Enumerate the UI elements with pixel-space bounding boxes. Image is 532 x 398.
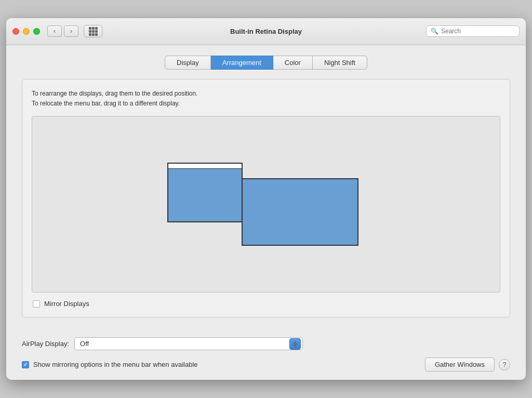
displays-container bbox=[167, 163, 365, 246]
minimize-button[interactable] bbox=[23, 28, 30, 35]
panel-description: To rearrange the displays, drag them to … bbox=[32, 89, 500, 109]
gather-windows-button[interactable]: Gather Windows bbox=[425, 357, 495, 372]
search-input[interactable] bbox=[441, 28, 515, 35]
help-button[interactable]: ? bbox=[499, 359, 510, 370]
mirroring-left: ✓ Show mirroring options in the menu bar… bbox=[22, 361, 198, 368]
tab-display[interactable]: Display bbox=[165, 56, 211, 70]
airplay-row: AirPlay Display: Off bbox=[22, 337, 510, 350]
airplay-label: AirPlay Display: bbox=[22, 340, 69, 348]
content-area: Display Arrangement Color Night Shift To… bbox=[6, 45, 526, 328]
chevron-up-icon bbox=[293, 341, 297, 343]
titlebar: ‹ › Built-in Retina Display 🔍 bbox=[6, 18, 526, 45]
nav-buttons: ‹ › bbox=[47, 25, 78, 37]
search-icon: 🔍 bbox=[431, 28, 438, 35]
grid-icon bbox=[89, 27, 98, 36]
airplay-select-wrapper: Off bbox=[74, 337, 303, 350]
maximize-button[interactable] bbox=[33, 28, 40, 35]
mirroring-label: Show mirroring options in the menu bar w… bbox=[33, 361, 198, 368]
airplay-select[interactable]: Off bbox=[74, 337, 303, 350]
mirroring-right: Gather Windows ? bbox=[425, 357, 510, 372]
mirror-displays-checkbox[interactable] bbox=[33, 300, 40, 308]
airplay-select-arrows bbox=[289, 338, 301, 350]
secondary-display[interactable] bbox=[242, 178, 358, 246]
main-window: ‹ › Built-in Retina Display 🔍 Display Ar… bbox=[6, 18, 526, 380]
chevron-down-icon bbox=[293, 344, 297, 347]
mirroring-row: ✓ Show mirroring options in the menu bar… bbox=[22, 357, 510, 372]
grid-view-button[interactable] bbox=[84, 25, 102, 37]
back-button[interactable]: ‹ bbox=[47, 25, 62, 37]
description-line-2: To relocate the menu bar, drag it to a d… bbox=[32, 99, 500, 109]
bottom-section: AirPlay Display: Off ✓ Show mirroring op… bbox=[6, 328, 526, 380]
description-line-1: To rearrange the displays, drag them to … bbox=[32, 89, 500, 99]
menu-bar-indicator bbox=[168, 164, 242, 169]
tab-color[interactable]: Color bbox=[273, 56, 313, 70]
select-arrows-icon bbox=[293, 341, 297, 347]
tab-arrangement[interactable]: Arrangement bbox=[211, 56, 273, 70]
tab-bar: Display Arrangement Color Night Shift bbox=[22, 56, 510, 70]
forward-button[interactable]: › bbox=[64, 25, 78, 37]
arrangement-panel: To rearrange the displays, drag them to … bbox=[22, 79, 510, 317]
display-canvas[interactable] bbox=[32, 116, 500, 293]
mirror-displays-label: Mirror Displays bbox=[44, 300, 89, 308]
mirroring-checkbox[interactable]: ✓ bbox=[22, 361, 29, 368]
traffic-lights bbox=[12, 28, 40, 35]
window-title: Built-in Retina Display bbox=[230, 28, 302, 35]
close-button[interactable] bbox=[12, 28, 19, 35]
mirror-displays-row: Mirror Displays bbox=[32, 300, 500, 308]
search-box[interactable]: 🔍 bbox=[426, 25, 520, 37]
primary-display[interactable] bbox=[167, 163, 243, 222]
tab-night-shift[interactable]: Night Shift bbox=[313, 56, 367, 70]
